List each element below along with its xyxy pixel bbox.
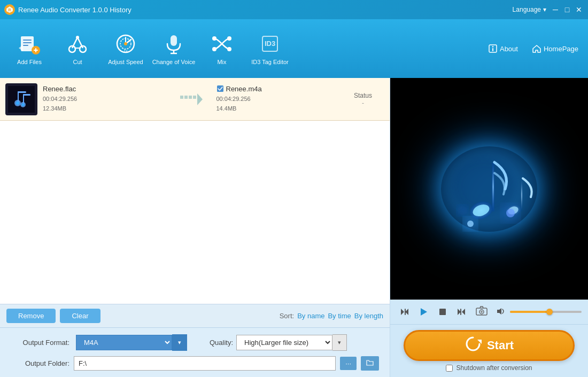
svg-marker-47: [197, 93, 203, 105]
toolbar: Add Files Cut 1x: [0, 19, 588, 78]
format-row: Output Format: M4A ▾ Quality: High(Large…: [11, 334, 379, 351]
format-dropdown-arrow[interactable]: ▾: [172, 334, 187, 351]
svg-rect-34: [8, 86, 35, 113]
sort-by-name[interactable]: By name: [297, 312, 324, 320]
svg-point-38: [16, 101, 19, 105]
quality-select[interactable]: High(Larger file size): [236, 335, 332, 350]
svg-rect-56: [521, 178, 523, 211]
language-dropdown-icon[interactable]: ▾: [543, 6, 546, 13]
add-files-icon: [17, 31, 42, 57]
svg-rect-35: [18, 91, 26, 93]
sort-by-length[interactable]: By length: [354, 312, 383, 320]
svg-point-32: [492, 46, 493, 47]
start-area: Start Shutdown after conversion: [390, 324, 588, 377]
svg-rect-39: [23, 94, 30, 96]
cut-icon: [65, 31, 90, 57]
maximize-button[interactable]: □: [562, 5, 572, 14]
volume-slider[interactable]: [510, 311, 582, 313]
svg-point-42: [22, 103, 25, 106]
svg-rect-66: [439, 309, 446, 315]
about-label: About: [500, 45, 518, 53]
source-filename: Renee.flac: [43, 85, 168, 93]
svg-marker-69: [462, 309, 465, 315]
stop-button[interactable]: [435, 304, 450, 319]
close-button[interactable]: ✕: [574, 5, 584, 14]
format-label: Output Format:: [11, 339, 69, 347]
svg-point-15: [76, 36, 79, 39]
adjust-speed-icon: 1x: [113, 31, 138, 57]
toolbar-change-of-voice[interactable]: Change of Voice: [150, 25, 198, 73]
shutdown-label: Shutdown after conversion: [456, 364, 532, 372]
folder-input[interactable]: [74, 356, 336, 371]
sort-by-time[interactable]: By time: [328, 312, 351, 320]
app-title: Renee Audio Converter 1.0.0 History: [18, 6, 513, 14]
app-logo: R: [4, 4, 15, 15]
play-button[interactable]: [416, 304, 431, 319]
shutdown-checkbox[interactable]: [446, 365, 453, 372]
file-thumbnail: [5, 83, 37, 115]
svg-text:1x: 1x: [123, 49, 128, 53]
skip-forward-button[interactable]: [454, 304, 469, 319]
toolbar-id3-tag-editor[interactable]: ID3 ID3 Tag Editor: [246, 25, 294, 73]
svg-rect-8: [35, 48, 36, 52]
volume-icon: [496, 307, 506, 318]
adjust-speed-label: Adjust Speed: [108, 59, 143, 66]
toolbar-mix[interactable]: Mix: [198, 25, 246, 73]
svg-rect-4: [23, 42, 32, 43]
output-file-info: Renee.m4a 00:04:29.256 14.4MB: [216, 85, 342, 113]
source-file-info: Renee.flac 00:04:29.256 12.34MB: [43, 85, 168, 113]
player-controls: [390, 300, 588, 324]
open-folder-button[interactable]: [361, 356, 379, 371]
preview-area: [390, 78, 588, 300]
convert-arrow: [179, 91, 206, 107]
svg-rect-46: [193, 96, 196, 99]
toolbar-right: About HomePage: [484, 42, 583, 56]
table-row[interactable]: Renee.flac 00:04:29.256 12.34MB: [0, 78, 390, 121]
svg-point-20: [124, 42, 127, 45]
svg-point-25: [227, 36, 231, 41]
screenshot-button[interactable]: [474, 304, 490, 320]
minimize-button[interactable]: ─: [551, 5, 560, 14]
toolbar-add-files[interactable]: Add Files: [5, 25, 53, 73]
clear-button[interactable]: Clear: [60, 309, 100, 323]
svg-point-27: [212, 36, 216, 41]
browse-button[interactable]: ···: [340, 357, 357, 370]
change-of-voice-icon: [161, 31, 187, 57]
svg-point-26: [227, 47, 231, 51]
svg-point-28: [212, 47, 216, 51]
svg-point-61: [457, 205, 468, 216]
homepage-button[interactable]: HomePage: [528, 42, 583, 56]
svg-rect-53: [492, 162, 494, 211]
remove-button[interactable]: Remove: [6, 309, 56, 323]
source-duration: 00:04:29.256 12.34MB: [43, 95, 168, 113]
skip-back-button[interactable]: [397, 304, 412, 319]
toolbar-adjust-speed[interactable]: 1x Adjust Speed: [102, 25, 150, 73]
svg-text:ID3: ID3: [265, 40, 275, 48]
quality-dropdown-arrow[interactable]: ▾: [332, 334, 347, 351]
music-visual: [390, 78, 588, 300]
svg-rect-22: [171, 35, 177, 46]
svg-rect-45: [189, 96, 192, 99]
status-badge: -: [342, 99, 384, 107]
svg-point-60: [506, 209, 515, 217]
toolbar-cut[interactable]: Cut: [53, 25, 102, 73]
sort-controls: Sort: By name By time By length: [280, 312, 383, 320]
output-settings: Output Format: M4A ▾ Quality: High(Large…: [0, 327, 390, 377]
svg-marker-73: [497, 308, 501, 315]
title-bar: R Renee Audio Converter 1.0.0 History La…: [0, 0, 588, 19]
add-files-label: Add Files: [17, 59, 42, 66]
about-button[interactable]: About: [484, 42, 522, 56]
svg-rect-3: [23, 40, 32, 41]
mix-label: Mix: [217, 59, 226, 66]
file-list: Renee.flac 00:04:29.256 12.34MB: [0, 78, 390, 304]
start-icon: [465, 335, 482, 356]
svg-marker-65: [421, 308, 427, 316]
svg-rect-44: [184, 96, 188, 99]
start-label: Start: [487, 339, 514, 352]
format-select[interactable]: M4A: [76, 335, 172, 350]
id3-tag-editor-label: ID3 Tag Editor: [251, 59, 289, 66]
start-button[interactable]: Start: [404, 330, 575, 361]
language-selector[interactable]: Language ▾: [513, 6, 546, 13]
svg-rect-68: [460, 309, 461, 315]
status-label: Status: [342, 92, 384, 99]
